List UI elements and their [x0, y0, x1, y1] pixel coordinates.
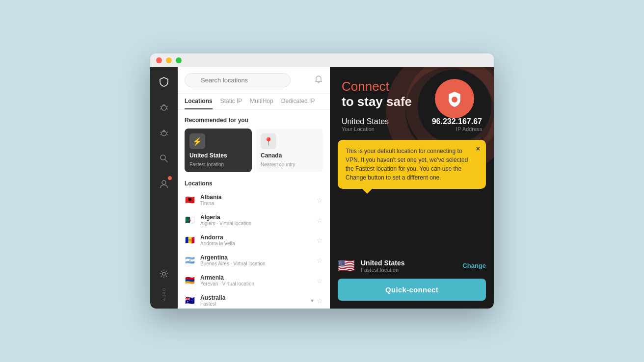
recommended-cards: ⚡ United States Fastest location 📍 Canad…	[185, 129, 323, 172]
bottom-section: 🇺🇸 United States Fastest location Change…	[330, 253, 494, 309]
loc-info-argentina: Argentina Buenos Aires · Virtual locatio…	[200, 254, 312, 266]
flag-algeria: 🇩🇿	[185, 216, 195, 224]
flag-argentina: 🇦🇷	[185, 257, 195, 264]
main-content: 4.14.0	[150, 67, 494, 309]
sidebar-item-shield[interactable]	[157, 75, 171, 89]
vpn-logo	[435, 79, 474, 118]
loc-actions-albania: ☆	[317, 196, 323, 204]
loc-info-albania: Albania Tirana	[200, 194, 312, 206]
star-armenia[interactable]: ☆	[317, 277, 323, 284]
flag-armenia: 🇦🇲	[185, 277, 195, 284]
change-button[interactable]: Change	[462, 262, 486, 269]
loc-sub-andorra: Andorra la Vella	[200, 241, 312, 246]
loc-name-australia: Australia	[200, 294, 306, 301]
search-wrap	[185, 73, 310, 87]
star-albania[interactable]: ☆	[317, 196, 323, 204]
search-bar	[178, 67, 330, 94]
loc-info-andorra: Andorra Andorra la Vella	[200, 234, 312, 246]
rec-card-ca-icon: 📍	[261, 133, 276, 149]
ip-address-value: 96.232.167.67	[432, 117, 482, 126]
titlebar	[150, 53, 494, 67]
minimize-dot[interactable]	[166, 57, 172, 63]
sidebar-item-bug[interactable]	[157, 101, 171, 114]
ip-section: 96.232.167.67 IP Address	[432, 117, 482, 132]
loc-sub-algeria: Algiers · Virtual location	[200, 221, 312, 226]
your-location-name: United States	[342, 117, 389, 126]
sidebar-item-bug2[interactable]	[157, 126, 171, 140]
selected-location: 🇺🇸 United States Fastest location Change	[338, 253, 486, 279]
search-input[interactable]	[185, 73, 291, 87]
loc-actions-algeria: ☆	[317, 216, 323, 224]
rec-card-us-icon: ⚡	[189, 133, 205, 149]
recommended-section: Recommended for you ⚡ United States Fast…	[178, 110, 330, 176]
rec-card-ca[interactable]: 📍 Canada Nearest country	[256, 129, 323, 172]
sidebar: 4.14.0	[150, 67, 178, 309]
ip-address-label: IP Address	[432, 126, 482, 132]
sel-loc-name: United States	[361, 259, 456, 267]
loc-sub-australia: Fastest	[200, 301, 306, 307]
location-panel: Locations Static IP MultiHop Dedicated I…	[178, 67, 330, 309]
loc-actions-andorra: ☆	[317, 236, 323, 244]
flag-australia: 🇦🇺	[185, 297, 195, 305]
star-andorra[interactable]: ☆	[317, 236, 323, 244]
list-item-algeria[interactable]: 🇩🇿 Algeria Algiers · Virtual location ☆	[178, 210, 330, 230]
loc-sub-albania: Tirana	[200, 201, 312, 206]
loc-actions-australia: ▾ ☆	[311, 297, 323, 305]
sel-loc-info: United States Fastest location	[361, 259, 456, 273]
sidebar-item-settings[interactable]	[157, 267, 171, 281]
list-item-argentina[interactable]: 🇦🇷 Argentina Buenos Aires · Virtual loca…	[178, 250, 330, 270]
rec-card-us-name: United States	[189, 152, 227, 159]
right-panel: Connect to stay safe United States Your …	[330, 67, 494, 309]
app-window: 4.14.0	[150, 53, 494, 309]
rec-card-us[interactable]: ⚡ United States Fastest location	[185, 129, 252, 172]
list-item-albania[interactable]: 🇦🇱 Albania Tirana ☆	[178, 190, 330, 210]
tooltip-close-button[interactable]: ×	[476, 145, 480, 153]
rec-card-ca-sub: Nearest country	[261, 162, 295, 167]
rec-card-ca-name: Canada	[261, 152, 282, 159]
locations-section-title: Locations	[178, 176, 330, 190]
sidebar-item-search[interactable]	[157, 152, 171, 165]
flag-andorra: 🇦🇩	[185, 236, 195, 244]
star-australia[interactable]: ☆	[317, 297, 323, 305]
tab-dedicated-ip[interactable]: Dedicated IP	[281, 94, 315, 109]
flag-selected: 🇺🇸	[338, 258, 355, 274]
svg-point-5	[162, 272, 165, 275]
svg-point-4	[162, 181, 166, 184]
tab-multihop[interactable]: MultiHop	[250, 94, 273, 109]
loc-sub-armenia: Yerevan · Virtual location	[200, 281, 312, 286]
quick-connect-button[interactable]: Quick-connect	[338, 279, 486, 301]
list-item-australia[interactable]: 🇦🇺 Australia Fastest ▾ ☆	[178, 290, 330, 309]
sidebar-item-account[interactable]	[157, 177, 171, 191]
list-item-andorra[interactable]: 🇦🇩 Andorra Andorra la Vella ☆	[178, 230, 330, 250]
loc-info-armenia: Armenia Yerevan · Virtual location	[200, 274, 312, 286]
account-badge	[168, 176, 172, 180]
tab-static-ip[interactable]: Static IP	[220, 94, 242, 109]
loc-name-andorra: Andorra	[200, 234, 312, 241]
list-item-armenia[interactable]: 🇦🇲 Armenia Yerevan · Virtual location ☆	[178, 270, 330, 290]
loc-name-algeria: Algeria	[200, 214, 312, 221]
loc-info-algeria: Algeria Algiers · Virtual location	[200, 214, 312, 226]
loc-actions-argentina: ☆	[317, 257, 323, 264]
tab-locations[interactable]: Locations	[185, 94, 213, 109]
your-location-label: Your Location	[342, 126, 389, 132]
star-argentina[interactable]: ☆	[317, 257, 323, 264]
locations-scroll[interactable]: Recommended for you ⚡ United States Fast…	[178, 110, 330, 309]
flag-albania: 🇦🇱	[185, 196, 195, 204]
star-algeria[interactable]: ☆	[317, 216, 323, 224]
loc-sub-argentina: Buenos Aires · Virtual location	[200, 261, 312, 266]
sidebar-bottom: 4.14.0	[157, 267, 171, 301]
tabs: Locations Static IP MultiHop Dedicated I…	[178, 94, 330, 110]
tooltip-box: × This is your default location for conn…	[338, 140, 486, 189]
svg-point-0	[161, 105, 166, 110]
chevron-australia[interactable]: ▾	[311, 297, 314, 304]
sel-loc-sub: Fastest location	[361, 267, 456, 273]
rec-card-us-sub: Fastest location	[189, 162, 224, 167]
loc-name-armenia: Armenia	[200, 274, 312, 281]
version-label: 4.14.0	[161, 288, 166, 301]
maximize-dot[interactable]	[176, 57, 182, 63]
close-dot[interactable]	[156, 57, 162, 63]
bell-icon[interactable]	[314, 75, 323, 86]
your-location-section: United States Your Location	[342, 117, 389, 132]
svg-point-7	[452, 97, 457, 103]
loc-info-australia: Australia Fastest	[200, 294, 306, 307]
